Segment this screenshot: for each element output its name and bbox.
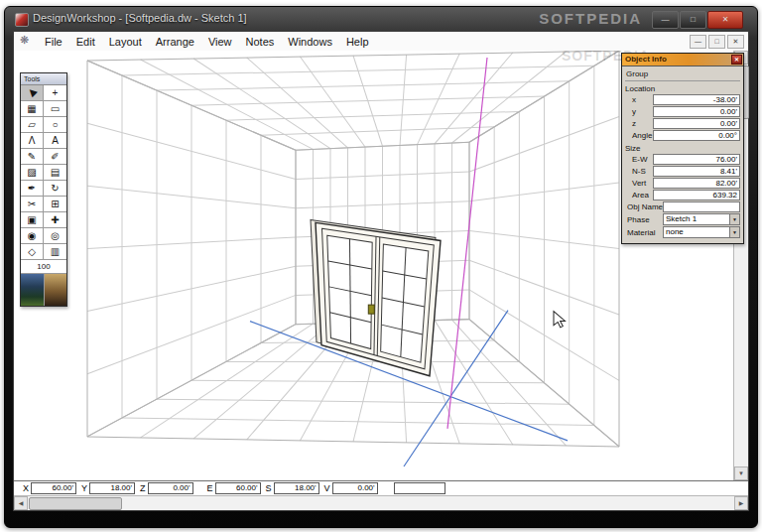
menu-help[interactable]: Help xyxy=(339,36,376,48)
chevron-down-icon[interactable]: ▼ xyxy=(729,227,739,237)
terrain-thumbnail-2[interactable] xyxy=(45,274,67,306)
coord-field-e[interactable]: 60.00' xyxy=(215,482,261,494)
menu-bar: ❋ File Edit Layout Arrange View Notes Wi… xyxy=(14,32,748,52)
menu-arrange[interactable]: Arrange xyxy=(149,36,201,48)
close-icon: ✕ xyxy=(722,15,729,24)
coord-field-v[interactable]: 0.00' xyxy=(332,482,378,494)
text-tool-button[interactable]: A xyxy=(44,133,66,149)
measure-tool-button[interactable]: ✚ xyxy=(44,212,66,228)
y-label: y xyxy=(625,107,653,116)
palette-close-icon: ✕ xyxy=(734,57,739,63)
eye-tool-button[interactable]: ◉ xyxy=(21,228,44,244)
grid-tool-button[interactable]: ⊞ xyxy=(44,197,66,212)
camera-tool-button[interactable]: ◎ xyxy=(44,228,66,244)
mdi-minimize-button[interactable]: — xyxy=(690,35,706,49)
scroll-down-button[interactable]: ▼ xyxy=(734,466,748,480)
rotate-tool-button[interactable]: ↻ xyxy=(44,181,66,197)
palette-close-button[interactable]: ✕ xyxy=(731,55,742,65)
eyedropper-tool-button[interactable]: ✒ xyxy=(21,181,44,197)
ew-field[interactable]: 76.00' xyxy=(653,154,740,165)
coord-field-x[interactable]: 60.00' xyxy=(31,482,76,494)
tools-palette[interactable]: Tools ▶ + ▦ ▭ ▱ ○ Λ A ✎ ✐ ▨ ▤ ✒ ↻ ✂ xyxy=(20,72,67,307)
phase-dropdown[interactable]: Sketch 1▼ xyxy=(663,213,740,225)
coord-field-z[interactable]: 0.00' xyxy=(148,482,193,494)
phase-value: Sketch 1 xyxy=(666,214,697,223)
polyline-icon: Λ xyxy=(29,133,36,148)
scroll-down-icon: ▼ xyxy=(738,470,744,476)
y-field[interactable]: 0.00' xyxy=(653,106,740,117)
zoom-level[interactable]: 100 xyxy=(21,260,66,274)
x-field[interactable]: -38.00' xyxy=(653,94,740,105)
ns-field[interactable]: 8.41' xyxy=(653,166,740,177)
menu-notes[interactable]: Notes xyxy=(239,36,282,48)
angle-field[interactable]: 0.00° xyxy=(653,130,740,141)
door-handle xyxy=(368,305,374,314)
menu-layout[interactable]: Layout xyxy=(102,36,149,48)
layers-tool-button[interactable]: ▣ xyxy=(21,212,44,228)
menu-file[interactable]: File xyxy=(38,36,69,48)
material-dropdown[interactable]: none▼ xyxy=(663,226,740,238)
coord-label-v: V xyxy=(324,483,330,493)
parallelogram-icon: ▱ xyxy=(28,117,36,132)
area-label: Area xyxy=(625,191,653,200)
coord-label-s: S xyxy=(266,483,272,493)
group-label[interactable]: Group xyxy=(625,68,740,81)
box3d-icon: ◇ xyxy=(28,244,36,259)
object-info-title: Object Info xyxy=(625,55,667,64)
move-tool-button[interactable]: + xyxy=(44,85,66,101)
title-bar[interactable]: DesignWorkshop - [Softpedia.dw - Sketch … xyxy=(5,7,757,31)
obj-name-field[interactable] xyxy=(663,201,740,212)
walls-tool-button[interactable]: ▥ xyxy=(44,244,66,260)
horizontal-scrollbar[interactable]: ◀ ▶ xyxy=(14,495,748,510)
ellipse-tool-button[interactable]: ○ xyxy=(44,117,66,133)
coord-field-y[interactable]: 18.00' xyxy=(89,482,135,494)
z-field[interactable]: 0.00' xyxy=(653,118,740,129)
menu-edit[interactable]: Edit xyxy=(69,36,102,48)
size-section-label: Size xyxy=(625,144,740,153)
menu-view[interactable]: View xyxy=(201,36,239,48)
horizontal-scroll-thumb[interactable] xyxy=(29,497,122,510)
rectangle-tool-button[interactable]: ▭ xyxy=(44,101,66,117)
coord-label-z: Z xyxy=(140,483,146,493)
pencil-tool-button[interactable]: ✎ xyxy=(21,149,44,165)
box3d-tool-button[interactable]: ◇ xyxy=(21,244,44,260)
document-menu-icon: ❋ xyxy=(20,34,29,47)
layers-icon: ▣ xyxy=(27,212,36,227)
mdi-window-controls: — □ ✕ xyxy=(688,35,744,49)
close-button[interactable]: ✕ xyxy=(707,11,743,29)
area-field[interactable]: 639.32 xyxy=(653,190,740,200)
trim-icon: ✂ xyxy=(28,197,36,211)
window-title: DesignWorkshop - [Softpedia.dw - Sketch … xyxy=(33,12,247,24)
vert-field[interactable]: 82.00' xyxy=(653,178,740,189)
mdi-close-button[interactable]: ✕ xyxy=(727,35,744,49)
object-info-palette[interactable]: Object Info ✕ Group Location x-38.00' y0… xyxy=(621,53,744,244)
pen-tool-button[interactable]: ✐ xyxy=(44,149,66,165)
mdi-restore-button[interactable]: □ xyxy=(708,35,725,49)
trim-tool-button[interactable]: ✂ xyxy=(21,197,44,212)
scroll-left-button[interactable]: ◀ xyxy=(14,496,28,510)
tools-palette-title[interactable]: Tools xyxy=(21,73,66,85)
maximize-button[interactable]: □ xyxy=(680,11,706,29)
coord-label-y: Y xyxy=(81,483,87,493)
stamp-tool-button[interactable]: ▤ xyxy=(44,165,66,181)
coord-extra-field[interactable] xyxy=(394,482,445,494)
polyline-tool-button[interactable]: Λ xyxy=(21,133,44,149)
chevron-down-icon[interactable]: ▼ xyxy=(729,214,739,224)
marquee-tool-button[interactable]: ▦ xyxy=(21,101,44,117)
scroll-right-button[interactable]: ▶ xyxy=(734,496,748,510)
scroll-left-icon: ◀ xyxy=(19,500,24,506)
minimize-button[interactable]: — xyxy=(652,11,679,29)
menu-windows[interactable]: Windows xyxy=(281,36,339,48)
parallelogram-tool-button[interactable]: ▱ xyxy=(21,117,44,133)
pointer-tool-button[interactable]: ▶ xyxy=(21,85,44,101)
hatch-tool-button[interactable]: ▨ xyxy=(21,165,44,181)
pointer-icon: ▶ xyxy=(24,84,40,100)
terrain-thumbnail-1[interactable] xyxy=(21,274,45,306)
ew-label: E-W xyxy=(625,155,653,164)
tools-grid: ▶ + ▦ ▭ ▱ ○ Λ A ✎ ✐ ▨ ▤ ✒ ↻ ✂ ⊞ ▣ xyxy=(21,85,66,260)
x-label: x xyxy=(625,95,653,104)
object-info-title-bar[interactable]: Object Info ✕ xyxy=(622,54,743,66)
scroll-right-icon: ▶ xyxy=(739,500,744,506)
coord-field-s[interactable]: 18.00' xyxy=(274,482,319,494)
camera-icon: ◎ xyxy=(51,228,60,243)
